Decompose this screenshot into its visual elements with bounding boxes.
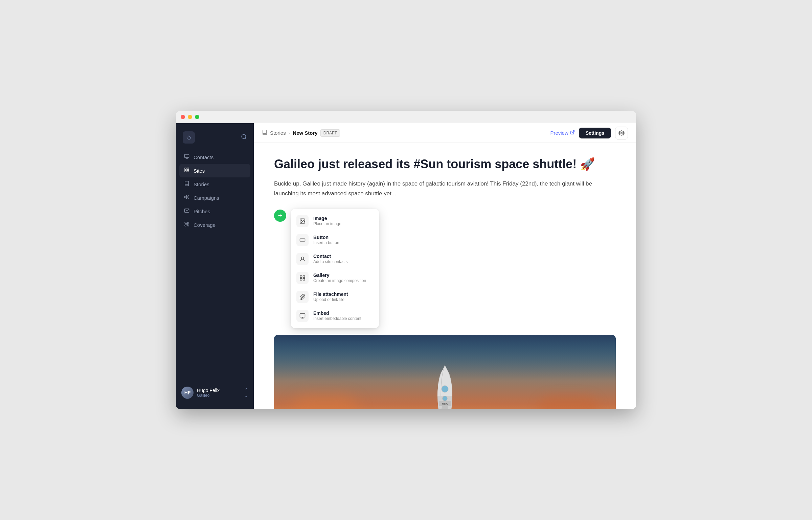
file-attachment-menu-desc: Upload or link file bbox=[313, 297, 374, 302]
editor-area[interactable]: Galileo just released its #Sun tourism s… bbox=[254, 143, 636, 409]
insert-menu: Image Place an image bbox=[291, 209, 379, 328]
pitches-icon bbox=[184, 208, 189, 215]
preview-button[interactable]: Preview bbox=[550, 130, 574, 136]
stories-icon bbox=[184, 181, 189, 188]
gallery-menu-title: Gallery bbox=[313, 273, 374, 278]
svg-point-11 bbox=[621, 132, 623, 134]
contacts-label: Contacts bbox=[194, 154, 213, 160]
embed-menu-icon bbox=[296, 310, 309, 322]
svg-rect-17 bbox=[303, 276, 305, 277]
coverage-icon bbox=[184, 221, 189, 228]
sidebar-item-campaigns[interactable]: Campaigns bbox=[179, 191, 250, 204]
app-logo: ◇ bbox=[183, 131, 195, 144]
chevron-up-down-icon: ⌃⌄ bbox=[244, 387, 248, 398]
file-attachment-menu-icon bbox=[296, 291, 309, 303]
topbar-actions: Preview Settings bbox=[550, 127, 628, 139]
menu-item-gallery[interactable]: Gallery Create an image composition bbox=[291, 268, 379, 287]
embed-menu-title: Embed bbox=[313, 310, 374, 316]
image-menu-desc: Place an image bbox=[313, 221, 374, 226]
user-name: Hugo Felix bbox=[197, 388, 241, 393]
sidebar: ◇ Contacts bbox=[176, 123, 254, 409]
file-attachment-menu-title: File attachment bbox=[313, 291, 374, 297]
menu-item-file-attachment[interactable]: File attachment Upload or link file bbox=[291, 287, 379, 306]
settings-button[interactable]: Settings bbox=[579, 128, 611, 138]
svg-rect-16 bbox=[300, 276, 302, 277]
svg-line-1 bbox=[245, 138, 246, 139]
add-block-button[interactable]: + bbox=[274, 210, 286, 222]
svg-marker-9 bbox=[184, 195, 186, 198]
svg-point-13 bbox=[301, 220, 302, 220]
svg-rect-5 bbox=[185, 168, 186, 170]
stories-label: Stories bbox=[194, 181, 209, 187]
breadcrumb-separator: › bbox=[289, 130, 290, 136]
cloud-right-decoration bbox=[538, 396, 599, 409]
menu-item-contact[interactable]: Contact Add a site contacts bbox=[291, 250, 379, 268]
gear-settings-button[interactable] bbox=[615, 127, 628, 139]
user-profile[interactable]: HF Hugo Felix Galileo ⌃⌄ bbox=[176, 382, 254, 404]
svg-point-15 bbox=[301, 257, 303, 259]
gallery-menu-desc: Create an image composition bbox=[313, 278, 374, 283]
embed-menu-desc: Insert embeddable content bbox=[313, 316, 374, 321]
campaigns-icon bbox=[184, 194, 189, 201]
contact-menu-desc: Add a site contacts bbox=[313, 259, 374, 264]
user-info: Hugo Felix Galileo bbox=[197, 388, 241, 398]
sites-label: Sites bbox=[194, 168, 205, 174]
menu-item-image[interactable]: Image Place an image bbox=[291, 212, 379, 231]
svg-rect-18 bbox=[300, 278, 302, 280]
sidebar-item-coverage[interactable]: Coverage bbox=[179, 218, 250, 232]
svg-rect-14 bbox=[300, 239, 305, 241]
svg-rect-7 bbox=[185, 170, 186, 172]
sidebar-navigation: Contacts Sites bbox=[176, 150, 254, 382]
button-menu-desc: Insert a button bbox=[313, 240, 374, 245]
search-icon[interactable] bbox=[241, 134, 247, 142]
image-menu-icon bbox=[296, 215, 309, 227]
svg-line-10 bbox=[572, 131, 574, 133]
sidebar-item-pitches[interactable]: Pitches bbox=[179, 204, 250, 218]
main-content: Stories › New Story DRAFT Preview S bbox=[254, 123, 636, 409]
button-menu-icon bbox=[296, 234, 309, 246]
campaigns-label: Campaigns bbox=[194, 195, 219, 201]
svg-point-25 bbox=[443, 396, 447, 401]
user-company: Galileo bbox=[197, 393, 241, 398]
sidebar-item-sites[interactable]: Sites bbox=[179, 164, 250, 177]
app-window: ◇ Contacts bbox=[176, 111, 636, 409]
stories-breadcrumb-icon bbox=[262, 130, 267, 136]
topbar: Stories › New Story DRAFT Preview S bbox=[254, 123, 636, 143]
cloud-left-decoration bbox=[291, 396, 359, 409]
sites-icon bbox=[184, 167, 189, 174]
story-body[interactable]: Buckle up, Galileo just made history (ag… bbox=[274, 179, 616, 199]
menu-item-button[interactable]: Button Insert a button bbox=[291, 231, 379, 250]
svg-rect-6 bbox=[187, 168, 189, 170]
maximize-button[interactable] bbox=[195, 115, 199, 119]
story-title[interactable]: Galileo just released its #Sun tourism s… bbox=[274, 156, 616, 172]
svg-rect-8 bbox=[187, 170, 189, 172]
minimize-button[interactable] bbox=[188, 115, 192, 119]
close-button[interactable] bbox=[181, 115, 185, 119]
coverage-label: Coverage bbox=[194, 222, 216, 228]
sidebar-header: ◇ bbox=[176, 129, 254, 150]
space-shuttle-illustration: USA bbox=[414, 348, 475, 409]
svg-rect-19 bbox=[303, 278, 305, 280]
breadcrumb-parent[interactable]: Stories bbox=[270, 130, 286, 136]
contact-menu-title: Contact bbox=[313, 254, 374, 259]
story-image: USA bbox=[274, 335, 616, 409]
svg-point-24 bbox=[442, 386, 448, 392]
contact-menu-icon bbox=[296, 253, 309, 265]
avatar: HF bbox=[181, 387, 194, 399]
svg-rect-20 bbox=[300, 313, 305, 317]
contacts-icon bbox=[184, 154, 189, 160]
gallery-menu-icon bbox=[296, 272, 309, 284]
draft-badge: DRAFT bbox=[320, 129, 340, 137]
breadcrumb: Stories › New Story DRAFT bbox=[262, 129, 546, 137]
external-link-icon bbox=[570, 130, 575, 136]
titlebar bbox=[176, 111, 636, 123]
image-menu-title: Image bbox=[313, 216, 374, 221]
breadcrumb-current: New Story bbox=[293, 130, 317, 136]
insert-row: + Image Place an image bbox=[274, 209, 616, 328]
sidebar-item-contacts[interactable]: Contacts bbox=[179, 150, 250, 164]
button-menu-title: Button bbox=[313, 235, 374, 240]
menu-item-embed[interactable]: Embed Insert embeddable content bbox=[291, 306, 379, 325]
sidebar-item-stories[interactable]: Stories bbox=[179, 177, 250, 191]
svg-rect-2 bbox=[184, 154, 189, 157]
svg-text:USA: USA bbox=[442, 402, 448, 405]
